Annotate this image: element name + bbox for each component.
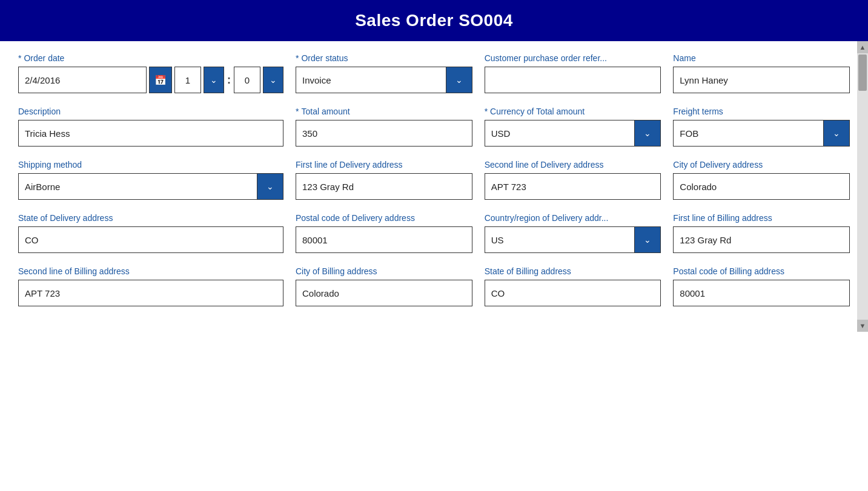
currency-field: *Currency of Total amount ⌄: [485, 107, 661, 147]
billing-state-label: State of Billing address: [485, 266, 661, 276]
form-area: *Order date 📅 1 ⌄ : 0 ⌄ *Order status: [0, 41, 868, 332]
customer-po-field: Customer purchase order refer...: [485, 53, 661, 93]
delivery-city-field: City of Delivery address: [673, 160, 850, 200]
name-input[interactable]: [673, 67, 850, 93]
billing-postal-field: Postal code of Billing address: [673, 266, 850, 306]
currency-wrapper: ⌄: [485, 120, 661, 147]
delivery-postal-field: Postal code of Delivery address: [296, 213, 472, 253]
billing-postal-input[interactable]: [673, 280, 850, 306]
delivery-city-input[interactable]: [673, 173, 850, 200]
required-star: *: [18, 53, 21, 63]
shipping-method-wrapper: ⌄: [18, 173, 283, 200]
time-colon: :: [227, 74, 231, 87]
billing-line2-input[interactable]: [18, 280, 283, 306]
calendar-button[interactable]: 📅: [149, 67, 172, 93]
hour-spinner-button[interactable]: ⌄: [204, 67, 224, 93]
scroll-down-arrow[interactable]: ▼: [857, 320, 868, 332]
billing-line2-field: Second line of Billing address: [18, 266, 283, 306]
scrollbar[interactable]: ▲ ▼: [857, 41, 868, 332]
customer-po-input[interactable]: [485, 67, 661, 93]
form-grid: *Order date 📅 1 ⌄ : 0 ⌄ *Order status: [18, 53, 850, 320]
name-field: Name: [673, 53, 850, 93]
description-label: Description: [18, 107, 283, 116]
billing-line2-label: Second line of Billing address: [18, 266, 283, 276]
billing-postal-label: Postal code of Billing address: [673, 266, 850, 276]
name-label: Name: [673, 53, 850, 63]
description-field: Description: [18, 107, 283, 147]
required-star: *: [485, 107, 488, 116]
delivery-line1-input[interactable]: [296, 173, 472, 200]
delivery-line1-label: First line of Delivery address: [296, 160, 472, 170]
delivery-state-label: State of Delivery address: [18, 213, 283, 223]
total-amount-input[interactable]: [296, 120, 472, 147]
date-wrapper: 📅 1 ⌄ : 0 ⌄: [18, 67, 283, 93]
shipping-method-label: Shipping method: [18, 160, 283, 170]
billing-state-field: State of Billing address: [485, 266, 661, 306]
delivery-postal-label: Postal code of Delivery address: [296, 213, 472, 223]
currency-label: *Currency of Total amount: [485, 107, 661, 116]
billing-city-label: City of Billing address: [296, 266, 472, 276]
scroll-thumb[interactable]: [858, 54, 867, 91]
minute-display: 0: [234, 67, 260, 93]
freight-terms-field: Freight terms ⌄: [673, 107, 850, 147]
shipping-method-field: Shipping method ⌄: [18, 160, 283, 200]
page-header: Sales Order SO004: [0, 0, 868, 41]
order-date-field: *Order date 📅 1 ⌄ : 0 ⌄: [18, 53, 283, 93]
freight-terms-label: Freight terms: [673, 107, 850, 116]
delivery-country-dropdown-button[interactable]: ⌄: [634, 226, 661, 253]
billing-line1-label: First line of Billing address: [673, 213, 850, 223]
delivery-country-label: Country/region of Delivery addr...: [485, 213, 661, 223]
delivery-line1-field: First line of Delivery address: [296, 160, 472, 200]
order-date-input[interactable]: [18, 67, 147, 93]
order-status-dropdown-button[interactable]: ⌄: [446, 67, 472, 93]
delivery-country-wrapper: ⌄: [485, 226, 661, 253]
total-amount-label: *Total amount: [296, 107, 472, 116]
scroll-track[interactable]: [857, 53, 868, 320]
order-status-field: *Order status ⌄: [296, 53, 472, 93]
delivery-line2-field: Second line of Delivery address: [485, 160, 661, 200]
order-date-label: *Order date: [18, 53, 283, 63]
billing-line1-input[interactable]: [673, 226, 850, 253]
freight-terms-dropdown-button[interactable]: ⌄: [823, 120, 850, 147]
billing-city-input[interactable]: [296, 280, 472, 306]
scroll-up-arrow[interactable]: ▲: [857, 41, 868, 53]
shipping-method-dropdown-button[interactable]: ⌄: [257, 173, 283, 200]
order-status-wrapper: ⌄: [296, 67, 472, 93]
delivery-state-input[interactable]: [18, 226, 283, 253]
billing-line1-field: First line of Billing address: [673, 213, 850, 253]
delivery-line2-input[interactable]: [485, 173, 661, 200]
hour-display: 1: [174, 67, 201, 93]
delivery-country-field: Country/region of Delivery addr... ⌄: [485, 213, 661, 253]
customer-po-label: Customer purchase order refer...: [485, 53, 661, 63]
currency-dropdown-button[interactable]: ⌄: [634, 120, 661, 147]
total-amount-field: *Total amount: [296, 107, 472, 147]
freight-terms-wrapper: ⌄: [673, 120, 850, 147]
delivery-state-field: State of Delivery address: [18, 213, 283, 253]
required-star: *: [296, 53, 299, 63]
delivery-city-label: City of Delivery address: [673, 160, 850, 170]
billing-state-input[interactable]: [485, 280, 661, 306]
delivery-line2-label: Second line of Delivery address: [485, 160, 661, 170]
order-status-label: *Order status: [296, 53, 472, 63]
shipping-method-input[interactable]: [18, 173, 283, 200]
required-star: *: [296, 107, 299, 116]
description-input[interactable]: [18, 120, 283, 147]
billing-city-field: City of Billing address: [296, 266, 472, 306]
page-title: Sales Order SO004: [355, 11, 513, 30]
minute-spinner-button[interactable]: ⌄: [263, 67, 283, 93]
delivery-postal-input[interactable]: [296, 226, 472, 253]
